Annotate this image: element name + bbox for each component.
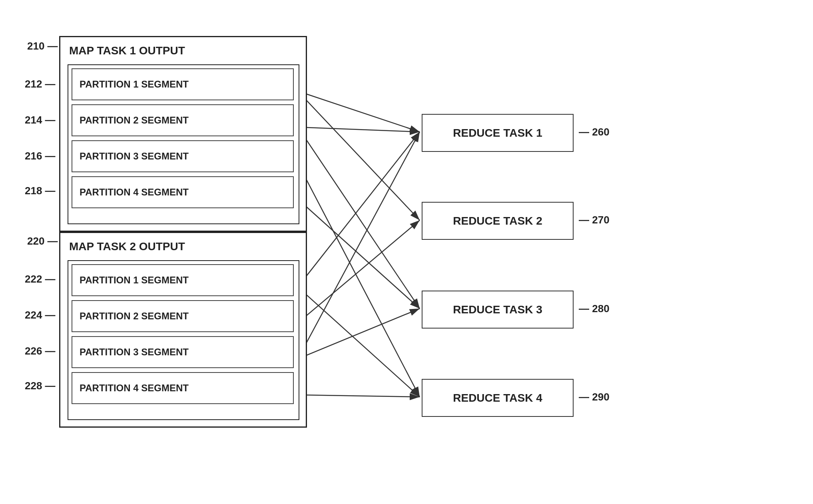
reduce-task-1: REDUCE TASK 1 [422, 114, 574, 152]
svg-line-2 [298, 91, 420, 220]
svg-line-6 [298, 127, 420, 132]
diagram: MAP TASK 1 OUTPUT PARTITION 1 SEGMENT PA… [0, 0, 813, 504]
mt1-partition-1: PARTITION 1 SEGMENT [72, 68, 294, 100]
map-task-2-outer: MAP TASK 2 OUTPUT PARTITION 1 SEGMENT PA… [59, 232, 307, 428]
svg-line-10 [298, 395, 420, 397]
ref-222: 222 — [25, 273, 56, 285]
reduce-task-2: REDUCE TASK 2 [422, 202, 574, 240]
mt1-partition-2: PARTITION 2 SEGMENT [72, 104, 294, 136]
ref-216: 216 — [25, 150, 56, 162]
map-task-1-inner: PARTITION 1 SEGMENT PARTITION 2 SEGMENT … [68, 64, 299, 224]
ref-212: 212 — [25, 78, 56, 90]
map-task-2-inner: PARTITION 1 SEGMENT PARTITION 2 SEGMENT … [68, 260, 299, 420]
svg-line-11 [298, 287, 420, 397]
svg-line-7 [298, 132, 420, 287]
reduce-task-3: REDUCE TASK 3 [422, 291, 574, 329]
mt2-partition-1: PARTITION 1 SEGMENT [72, 264, 294, 296]
ref-228: 228 — [25, 380, 56, 392]
mt1-partition-4: PARTITION 4 SEGMENT [72, 176, 294, 208]
ref-220: 220 — [27, 235, 58, 247]
mt2-partition-3: PARTITION 3 SEGMENT [72, 336, 294, 368]
svg-line-3 [298, 127, 420, 309]
svg-line-1 [298, 91, 420, 132]
svg-line-12 [298, 132, 420, 359]
mt2-partition-2: PARTITION 2 SEGMENT [72, 300, 294, 332]
svg-line-5 [298, 199, 420, 309]
ref-226: 226 — [25, 345, 56, 357]
svg-line-9 [298, 309, 420, 359]
ref-290: — 290 [579, 391, 610, 403]
ref-270: — 270 [579, 214, 610, 226]
ref-218: 218 — [25, 185, 56, 197]
svg-line-8 [298, 220, 420, 323]
map-task-1-title: MAP TASK 1 OUTPUT [69, 44, 185, 57]
ref-260: — 260 [579, 126, 610, 138]
svg-line-4 [298, 163, 420, 397]
ref-224: 224 — [25, 309, 56, 321]
map-task-1-outer: MAP TASK 1 OUTPUT PARTITION 1 SEGMENT PA… [59, 36, 307, 232]
ref-214: 214 — [25, 114, 56, 126]
map-task-2-title: MAP TASK 2 OUTPUT [69, 240, 185, 253]
reduce-task-4: REDUCE TASK 4 [422, 379, 574, 417]
ref-210: 210 — [27, 40, 58, 52]
mt1-partition-3: PARTITION 3 SEGMENT [72, 140, 294, 172]
ref-280: — 280 [579, 303, 610, 315]
mt2-partition-4: PARTITION 4 SEGMENT [72, 372, 294, 404]
